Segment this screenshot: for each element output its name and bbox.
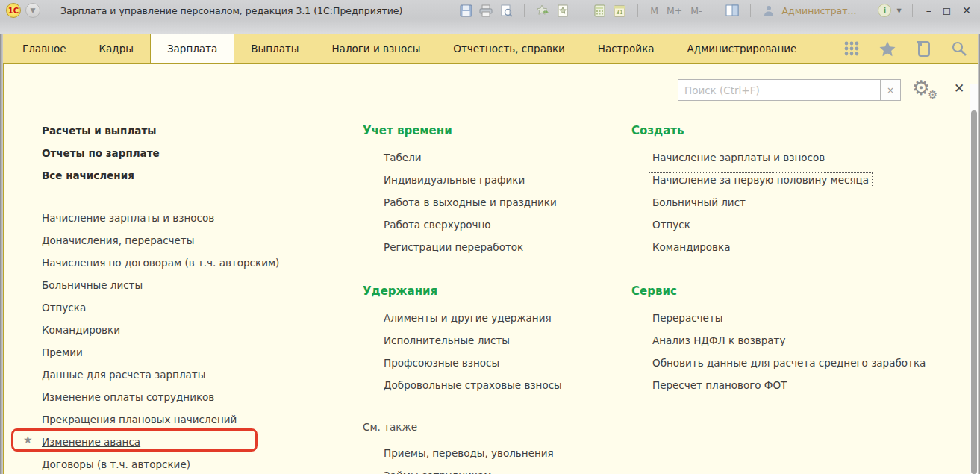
menu-item-individualnye-grafiki[interactable]: Индивидуальные графики bbox=[384, 169, 562, 191]
app-logo-1c-icon[interactable]: 1С bbox=[6, 3, 21, 18]
create-item-otpusk[interactable]: Отпуск bbox=[652, 213, 926, 236]
section-title-sm-takzhe: См. также bbox=[363, 416, 562, 438]
menu-search: × bbox=[678, 79, 901, 101]
favorite-star-icon[interactable]: ★ bbox=[23, 434, 33, 446]
divider bbox=[714, 4, 714, 17]
focused-item-label: Начисление за первую половину месяца bbox=[649, 172, 873, 187]
favorites-star-icon[interactable] bbox=[878, 40, 896, 57]
calendar-day-number: 31 bbox=[616, 9, 623, 16]
menu-item-ispolnitelnye-listy[interactable]: Исполнительные листы bbox=[384, 329, 562, 352]
add-to-favorites-icon[interactable] bbox=[535, 3, 550, 18]
service-item-obnovit-dannye[interactable]: Обновить данные для расчета среднего зар… bbox=[652, 352, 926, 374]
menu-item-komandirovki[interactable]: Командировки bbox=[42, 319, 279, 341]
divider bbox=[750, 4, 751, 17]
tab-vyplaty[interactable]: Выплаты bbox=[234, 34, 315, 63]
documents-commands-group: Начисление зарплаты и взносов Доначислен… bbox=[42, 207, 279, 474]
section-title-servis: Сервис bbox=[631, 280, 926, 302]
create-item-bolnichnyy-list[interactable]: Больничный лист bbox=[652, 191, 926, 213]
history-icon[interactable] bbox=[914, 40, 932, 57]
menu-item-bolnichnye-listy[interactable]: Больничные листы bbox=[42, 274, 279, 296]
tab-otchetnost-spravki[interactable]: Отчетность, справки bbox=[437, 34, 581, 63]
create-item-nachislenie-zarplaty[interactable]: Начисление зарплаты и взносов bbox=[652, 146, 926, 169]
menu-column-3: Создать Начисление зарплаты и взносов На… bbox=[631, 119, 926, 396]
split-window-icon[interactable] bbox=[725, 3, 740, 18]
memory-subtract-button[interactable]: M- bbox=[689, 5, 703, 16]
search-input[interactable] bbox=[678, 79, 881, 101]
menu-item-otchety-po-zarplate[interactable]: Отчеты по зарплате bbox=[42, 142, 160, 164]
window-border-left bbox=[0, 34, 3, 474]
print-icon[interactable] bbox=[478, 3, 493, 18]
section-title-sozdat: Создать bbox=[631, 119, 926, 142]
tab-glavnoe[interactable]: Главное bbox=[6, 34, 82, 63]
current-user-label[interactable]: Администрат... bbox=[781, 5, 856, 16]
menu-item-dannye-dlya-rascheta[interactable]: Данные для расчета зарплаты bbox=[42, 364, 279, 386]
scrollbar-thumb[interactable] bbox=[971, 110, 977, 474]
divider bbox=[912, 4, 913, 17]
menu-item-rabota-v-vykhodnye[interactable]: Работа в выходные и праздники bbox=[384, 191, 562, 213]
maximize-button[interactable]: ◻ bbox=[940, 4, 955, 16]
memory-recall-button[interactable]: M bbox=[649, 5, 660, 16]
close-button[interactable]: ✕ bbox=[959, 4, 974, 16]
menu-item-raschety-i-vyplaty[interactable]: Расчеты и выплаты bbox=[42, 119, 160, 142]
menu-item-alimenty[interactable]: Алименты и другие удержания bbox=[384, 307, 562, 329]
pinned-commands-group: Расчеты и выплаты Отчеты по зарплате Все… bbox=[42, 119, 160, 187]
tab-label: Налоги и взносы bbox=[331, 43, 420, 54]
menu-item-profsoyuznye-vznosy[interactable]: Профсоюзные взносы bbox=[384, 352, 562, 374]
menu-item-priemy-perevody[interactable]: Приемы, переводы, увольнения bbox=[384, 442, 562, 464]
service-item-pereraschety[interactable]: Перерасчеты bbox=[652, 307, 926, 329]
tab-label: Зарплата bbox=[167, 43, 217, 54]
divider bbox=[46, 4, 46, 17]
favorites-icon[interactable] bbox=[555, 3, 570, 18]
menu-item-premii[interactable]: Премии bbox=[42, 341, 279, 364]
menu-item-dobrovolnye-strakhovye[interactable]: Добровольные страховые взносы bbox=[384, 374, 562, 396]
section-title-uderzhaniya: Удержания bbox=[363, 280, 562, 302]
menu-item-tabeli[interactable]: Табели bbox=[384, 146, 562, 169]
create-item-nachislenie-za-pervuyu-polovinu[interactable]: Начисление за первую половину месяца bbox=[652, 169, 926, 191]
menu-item-registratsii-pererabotok[interactable]: Регистрации переработок bbox=[384, 236, 562, 258]
save-icon[interactable] bbox=[458, 3, 473, 18]
menu-item-rabota-sverkhurochno[interactable]: Работа сверхурочно bbox=[384, 213, 562, 236]
settings-gears-icon[interactable]: ⚙ ⚙ bbox=[912, 76, 942, 105]
global-search-icon[interactable] bbox=[950, 40, 968, 57]
tab-nalogi-i-vznosy[interactable]: Налоги и взносы bbox=[315, 34, 437, 63]
search-clear-button[interactable]: × bbox=[881, 79, 901, 101]
menu-item-prekrashcheniya-nachisleniy[interactable]: Прекращения плановых начислений bbox=[42, 408, 279, 431]
service-item-pereschet-fot[interactable]: Пересчет планового ФОТ bbox=[652, 374, 926, 396]
chevron-down-icon[interactable]: ▼ bbox=[896, 7, 901, 14]
divider bbox=[867, 4, 867, 17]
tab-administrirovanie[interactable]: Администрирование bbox=[671, 34, 814, 63]
system-menu-dropdown-icon[interactable]: ▼ bbox=[25, 3, 40, 18]
menu-item-zaymy-sotrudnikam[interactable]: Займы сотрудникам bbox=[384, 464, 562, 474]
calendar-icon[interactable]: 31 bbox=[612, 3, 627, 18]
section-tab-bar: Главное Кадры Зарплата Выплаты Налоги и … bbox=[0, 34, 980, 64]
print-preview-icon[interactable] bbox=[499, 3, 514, 18]
tab-label: Настройка bbox=[598, 43, 655, 54]
menu-item-otpuska[interactable]: Отпуска bbox=[42, 296, 279, 319]
menu-column-2: Учет времени Табели Индивидуальные графи… bbox=[363, 119, 562, 474]
menu-item-nachisleniya-po-dogovoram[interactable]: Начисления по договорам (в т.ч. авторски… bbox=[42, 252, 279, 274]
menu-item-dogovory[interactable]: Договоры (в т.ч. авторские) bbox=[42, 453, 279, 474]
menu-item-donachisleniya[interactable]: Доначисления, перерасчеты bbox=[42, 229, 279, 252]
menu-item-nachislenie-zarplaty[interactable]: Начисление зарплаты и взносов bbox=[42, 207, 279, 229]
calculator-icon[interactable] bbox=[592, 3, 607, 18]
all-functions-grid-icon[interactable] bbox=[843, 40, 861, 57]
tab-label: Главное bbox=[22, 43, 66, 54]
tab-kadry[interactable]: Кадры bbox=[82, 34, 149, 63]
service-item-analiz-ndfl[interactable]: Анализ НДФЛ к возврату bbox=[652, 329, 926, 352]
panel-close-icon[interactable]: ✕ bbox=[954, 81, 964, 96]
tab-zarplata[interactable]: Зарплата bbox=[150, 34, 234, 63]
info-icon[interactable]: i bbox=[878, 4, 891, 17]
tab-label: Отчетность, справки bbox=[453, 43, 565, 54]
section-title-uchet-vremeni: Учет времени bbox=[363, 119, 562, 142]
tab-nastroyka[interactable]: Настройка bbox=[581, 34, 671, 63]
menu-item-izmenenie-oplaty[interactable]: Изменение оплаты сотрудников bbox=[42, 386, 279, 408]
minimize-button[interactable]: – bbox=[923, 4, 934, 16]
memory-add-button[interactable]: M+ bbox=[665, 5, 684, 16]
tab-label: Кадры bbox=[99, 43, 133, 54]
create-item-komandirovka[interactable]: Командировка bbox=[652, 236, 926, 258]
tab-label: Администрирование bbox=[687, 43, 797, 54]
menu-item-izmenenie-avansa[interactable]: Изменение аванса bbox=[42, 431, 279, 453]
gear-small-icon: ⚙ bbox=[928, 88, 937, 102]
divider bbox=[524, 4, 525, 17]
menu-item-vse-nachisleniya[interactable]: Все начисления bbox=[42, 164, 160, 187]
